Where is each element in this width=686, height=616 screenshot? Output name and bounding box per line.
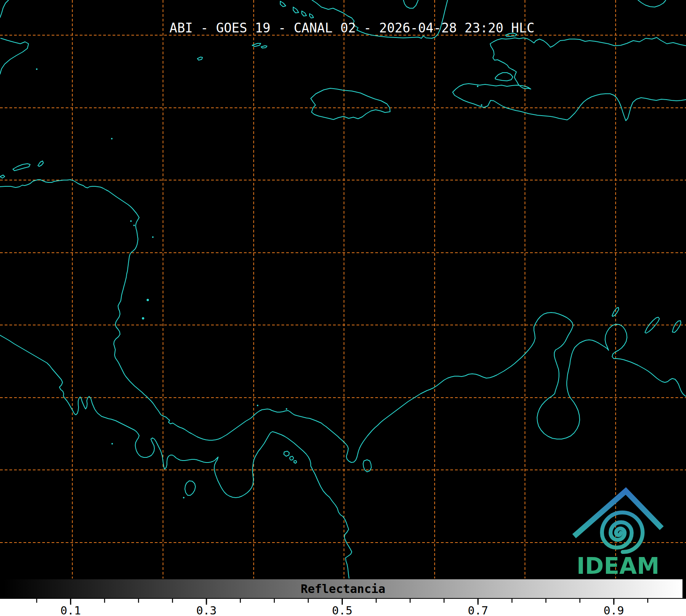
coastline-path — [612, 307, 681, 333]
island-dot — [130, 220, 132, 222]
coastline-path — [0, 0, 9, 18]
ideam-logo: IDEAM — [576, 491, 660, 579]
coastline-path — [280, 1, 313, 18]
coastline-layer — [0, 0, 686, 579]
coastline-path — [453, 37, 686, 121]
coastline-path — [197, 43, 267, 60]
island-dot — [257, 405, 258, 406]
colorbar-tick-label: 0.9 — [604, 604, 624, 616]
coastline-path — [185, 481, 195, 495]
coastline-path — [284, 451, 297, 463]
colorbar-tick-label: 0.3 — [196, 604, 217, 616]
island-dot — [111, 138, 113, 139]
island-dot — [36, 68, 38, 70]
coastline-path — [638, 0, 666, 7]
coastline-path — [495, 73, 513, 81]
coastline-path — [0, 161, 43, 178]
island-dot — [477, 86, 478, 87]
island-dot — [481, 104, 482, 106]
map-area: IDEAM ABI - GOES 19 - CANAL 02 - 2026-04… — [0, 0, 686, 599]
coastline-path — [0, 38, 29, 74]
island-dot — [183, 497, 184, 498]
coastline-path — [403, 0, 418, 8]
colorbar-tick-label: 0.1 — [61, 604, 81, 616]
satellite-image-figure: IDEAM ABI - GOES 19 - CANAL 02 - 2026-04… — [0, 0, 686, 616]
island-dot — [142, 317, 144, 320]
colorbar-ticks: 0.10.30.50.70.9 — [0, 599, 686, 616]
ideam-logo-text: IDEAM — [577, 553, 659, 579]
map-canvas: IDEAM — [0, 0, 686, 579]
image-title: ABI - GOES 19 - CANAL 02 - 2026-04-28 23… — [9, 20, 686, 36]
colorbar-tick-label: 0.7 — [468, 604, 488, 616]
coastline-path — [311, 88, 390, 120]
island-dot — [133, 225, 135, 226]
colorbar-axis: 0.10.30.50.70.9 — [0, 599, 686, 616]
island-dot — [152, 236, 154, 238]
island-dot — [286, 408, 287, 410]
island-dot — [111, 443, 113, 445]
reflectance-colorbar: Reflectancia — [3, 579, 683, 599]
colorbar-tick-label: 0.5 — [332, 604, 352, 616]
island-dot — [147, 299, 149, 301]
coastline-path — [0, 180, 686, 462]
hurricane-spiral-icon — [602, 512, 643, 552]
coastline-path — [0, 335, 352, 579]
colorbar-label: Reflectancia — [4, 579, 682, 598]
graticule-layer — [0, 0, 686, 579]
